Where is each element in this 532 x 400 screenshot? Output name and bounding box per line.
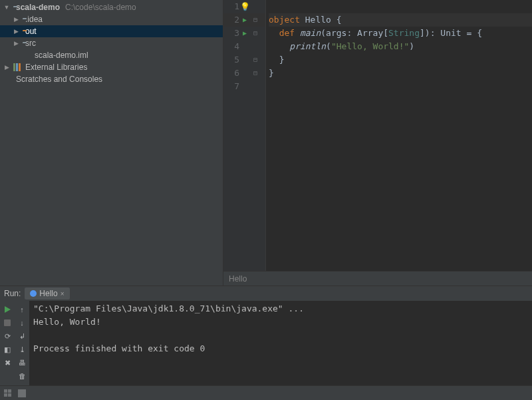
tree-external-libs[interactable]: ▶ External Libraries (0, 61, 223, 73)
line-number: 1 (226, 0, 239, 13)
run-gutter-icon[interactable]: ▶ (239, 13, 250, 27)
project-tree[interactable]: ▼ scala-demo C:\code\scala-demo ▶ .idea … (0, 0, 223, 286)
editor-body[interactable]: 1💡 2▶⊟ 3▶⊟ 4 5⊟ 6⊟ 7 object Hello { def … (223, 0, 532, 271)
tree-label: scala-demo.iml (35, 51, 88, 60)
fold-icon[interactable]: ⊟ (250, 27, 261, 40)
line-number: 6 (226, 67, 239, 80)
wrap-button[interactable]: ↲ (17, 331, 27, 341)
status-bar (0, 385, 532, 400)
delete-button[interactable]: 🗑 (17, 371, 27, 381)
chevron-right-icon: ▶ (12, 40, 20, 47)
scroll-button[interactable]: ⤓ (17, 345, 27, 354)
tool-windows-icon[interactable] (4, 389, 11, 397)
line-number: 3 (226, 27, 239, 40)
library-icon (13, 63, 23, 71)
run-config-icon (30, 290, 37, 297)
line-number: 4 (226, 40, 239, 53)
pin-button[interactable]: ✖ (3, 358, 12, 367)
code-area[interactable]: object Hello { def main(args: Array[Stri… (266, 0, 532, 271)
fold-icon[interactable]: ⊟ (250, 67, 261, 80)
run-tool-window: Run: Hello × ⟳ ◧ ✖ ↑ ↓ ↲ ⤓ 🖶 🗑 (0, 286, 532, 385)
close-icon[interactable]: × (61, 290, 65, 298)
fold-icon[interactable]: ⊟ (250, 13, 261, 27)
project-name: scala-demo (16, 3, 60, 12)
console-output[interactable]: "C:\Program Files\Java\jdk1.8.0_71\bin\j… (29, 301, 532, 385)
tree-label: .idea (25, 15, 43, 24)
run-gutter-icon[interactable]: ▶ (239, 27, 250, 40)
stop-button[interactable] (3, 318, 12, 327)
chevron-down-icon: ▼ (3, 4, 11, 11)
chevron-right-icon: ▶ (3, 64, 11, 71)
breadcrumb[interactable]: Hello (223, 271, 532, 286)
layout-button[interactable]: ◧ (3, 345, 12, 354)
main-area: ▼ scala-demo C:\code\scala-demo ▶ .idea … (0, 0, 532, 286)
tree-scratches[interactable]: Scratches and Consoles (0, 73, 223, 85)
tree-item-out[interactable]: ▶ out (0, 25, 223, 37)
line-number: 5 (226, 53, 239, 67)
tool-window-button[interactable] (18, 389, 26, 397)
line-number: 7 (226, 80, 239, 93)
tree-item-iml[interactable]: scala-demo.iml (0, 49, 223, 61)
tree-label: Scratches and Consoles (16, 75, 102, 84)
print-button[interactable]: 🖶 (17, 358, 27, 367)
tree-label: External Libraries (25, 63, 87, 72)
tree-label: out (25, 27, 37, 36)
line-number: 2 (226, 13, 239, 27)
run-tab-hello[interactable]: Hello × (25, 288, 69, 300)
run-toolbar: ⟳ ◧ ✖ ↑ ↓ ↲ ⤓ 🖶 🗑 (0, 301, 29, 385)
restart-button[interactable]: ⟳ (3, 331, 12, 341)
up-button[interactable]: ↑ (17, 305, 27, 314)
tree-label: src (25, 39, 36, 48)
gutter[interactable]: 1💡 2▶⊟ 3▶⊟ 4 5⊟ 6⊟ 7 (223, 0, 266, 271)
tree-item-idea[interactable]: ▶ .idea (0, 13, 223, 25)
rerun-button[interactable] (3, 305, 12, 314)
fold-icon[interactable]: ⊟ (250, 53, 261, 67)
run-label: Run: (4, 289, 21, 298)
down-button[interactable]: ↓ (17, 318, 27, 327)
editor: 1💡 2▶⊟ 3▶⊟ 4 5⊟ 6⊟ 7 object Hello { def … (223, 0, 532, 286)
tree-item-src[interactable]: ▶ src (0, 37, 223, 49)
chevron-right-icon: ▶ (12, 16, 20, 23)
bulb-icon[interactable]: 💡 (239, 0, 250, 13)
tree-project-root[interactable]: ▼ scala-demo C:\code\scala-demo (0, 1, 223, 13)
project-path: C:\code\scala-demo (65, 3, 136, 12)
run-tab-label: Hello (39, 289, 57, 298)
chevron-right-icon: ▶ (12, 28, 20, 35)
run-tabs: Run: Hello × (0, 286, 532, 301)
